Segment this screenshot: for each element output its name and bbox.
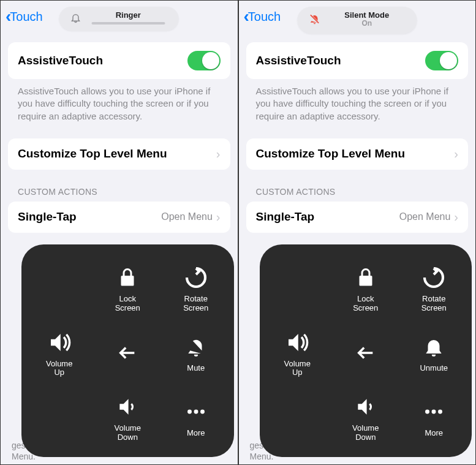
- volume-down-button[interactable]: Volume Down: [333, 387, 399, 448]
- svg-point-5: [438, 409, 442, 414]
- lock-screen-button[interactable]: Lock Screen: [333, 258, 399, 319]
- panel-empty: [265, 258, 331, 319]
- bell-slash-icon: [183, 333, 210, 360]
- assistivetouch-label: AssistiveTouch: [18, 54, 103, 67]
- arrow-left-icon: [114, 339, 141, 366]
- volume-down-label: Volume Down: [115, 424, 141, 442]
- back-label[interactable]: Touch: [248, 10, 281, 24]
- volume-down-icon: [114, 393, 141, 420]
- back-button[interactable]: [333, 323, 399, 384]
- volume-up-label: Volume Up: [46, 360, 72, 378]
- volume-down-icon: [352, 393, 379, 420]
- svg-point-2: [200, 409, 205, 414]
- rotate-icon: [183, 264, 210, 291]
- single-tap-row[interactable]: Single-Tap Open Menu ›: [246, 202, 469, 233]
- lock-icon: [114, 264, 141, 291]
- assistivetouch-toggle[interactable]: [187, 51, 221, 70]
- rotate-screen-label: Rotate Screen: [183, 295, 208, 313]
- chevron-right-icon: ›: [216, 210, 221, 224]
- more-label: More: [425, 429, 443, 438]
- single-tap-value: Open Menu: [161, 211, 213, 222]
- volume-down-label: Volume Down: [352, 424, 379, 442]
- mute-label: Mute: [187, 364, 205, 373]
- assistivetouch-panel: Lock Screen Rotate Screen Volume Up: [260, 244, 472, 457]
- bell-icon: [420, 333, 447, 360]
- lock-screen-label: Lock Screen: [353, 295, 378, 313]
- more-icon: [420, 398, 447, 425]
- assistivetouch-toggle-row: AssistiveTouch: [8, 42, 230, 79]
- chevron-right-icon: ›: [454, 147, 458, 161]
- volume-up-button[interactable]: Volume Up: [265, 323, 331, 384]
- unmute-label: Unmute: [420, 364, 448, 373]
- svg-point-1: [194, 409, 198, 414]
- single-tap-row[interactable]: Single-Tap Open Menu ›: [8, 202, 230, 233]
- custom-actions-header: CUSTOM ACTIONS: [246, 170, 469, 202]
- phone-right: ‹ Touch Silent Mode On AssistiveTouch As…: [238, 0, 477, 465]
- phone-left: ‹ Touch Ringer AssistiveTouch AssistiveT…: [0, 0, 238, 465]
- back-button[interactable]: [95, 323, 161, 384]
- mute-button[interactable]: Mute: [163, 323, 229, 384]
- volume-up-icon: [284, 329, 311, 356]
- more-icon: [183, 398, 210, 425]
- custom-actions-header: CUSTOM ACTIONS: [8, 170, 230, 202]
- nav-bar: ‹ Touch: [1, 1, 238, 39]
- assistivetouch-panel: Lock Screen Rotate Screen Volume Up: [21, 244, 234, 457]
- back-label[interactable]: Touch: [10, 10, 42, 24]
- panel-empty: [265, 387, 331, 448]
- single-tap-label: Single-Tap: [256, 210, 315, 224]
- svg-point-4: [432, 409, 436, 414]
- volume-up-label: Volume Up: [284, 360, 311, 378]
- chevron-right-icon: ›: [216, 147, 221, 161]
- volume-up-icon: [46, 329, 73, 356]
- volume-down-button[interactable]: Volume Down: [95, 387, 161, 448]
- panel-empty: [26, 387, 93, 448]
- customize-menu-row[interactable]: Customize Top Level Menu ›: [8, 138, 230, 170]
- assistivetouch-description: AssistiveTouch allows you to use your iP…: [8, 79, 230, 132]
- rotate-screen-label: Rotate Screen: [421, 295, 447, 313]
- assistivetouch-label: AssistiveTouch: [256, 54, 341, 67]
- volume-up-button[interactable]: Volume Up: [26, 323, 93, 384]
- nav-bar: ‹ Touch: [239, 1, 476, 39]
- svg-point-0: [187, 409, 192, 414]
- panel-empty: [26, 258, 93, 319]
- unmute-button[interactable]: Unmute: [401, 323, 467, 384]
- more-label: More: [187, 429, 205, 438]
- lock-screen-button[interactable]: Lock Screen: [95, 258, 161, 319]
- single-tap-label: Single-Tap: [18, 210, 77, 224]
- more-button[interactable]: More: [163, 387, 229, 448]
- customize-menu-row[interactable]: Customize Top Level Menu ›: [246, 138, 469, 170]
- assistivetouch-toggle[interactable]: [425, 51, 458, 70]
- more-button[interactable]: More: [401, 387, 467, 448]
- rotate-icon: [420, 264, 447, 291]
- arrow-left-icon: [352, 339, 379, 366]
- customize-menu-label: Customize Top Level Menu: [256, 147, 406, 161]
- assistivetouch-toggle-row: AssistiveTouch: [246, 42, 469, 79]
- lock-icon: [352, 264, 379, 291]
- chevron-right-icon: ›: [454, 210, 458, 224]
- customize-menu-label: Customize Top Level Menu: [18, 147, 167, 161]
- rotate-screen-button[interactable]: Rotate Screen: [401, 258, 467, 319]
- single-tap-value: Open Menu: [399, 211, 451, 222]
- lock-screen-label: Lock Screen: [115, 295, 140, 313]
- assistivetouch-description: AssistiveTouch allows you to use your iP…: [246, 79, 469, 132]
- rotate-screen-button[interactable]: Rotate Screen: [163, 258, 229, 319]
- svg-point-3: [425, 409, 429, 414]
